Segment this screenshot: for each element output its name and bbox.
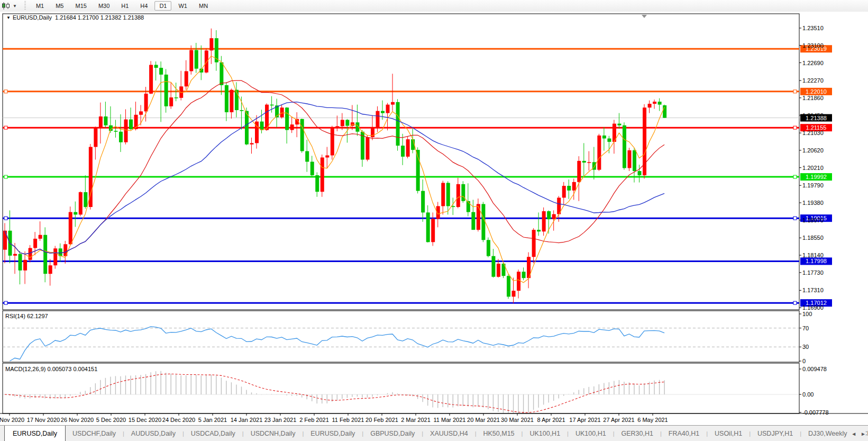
candle-body: [149, 65, 153, 94]
tab-scroll-left-button[interactable]: ◄: [851, 431, 856, 437]
price-tick-label: 1.20620: [802, 147, 824, 154]
candle-body: [285, 107, 289, 130]
chart-type-dropdown-caret[interactable]: ▼: [13, 4, 17, 8]
candle-body: [426, 212, 430, 242]
candle-body: [542, 211, 546, 231]
tab-scroll-right-button[interactable]: ►: [861, 431, 866, 437]
symbol-tab-audusd-daily[interactable]: AUDUSD,Daily: [124, 426, 182, 441]
chart-type-icon[interactable]: [1, 2, 12, 10]
price-tick-label: 1.22690: [802, 60, 824, 66]
date-tick-label: 6 May 2021: [637, 417, 668, 423]
level-handle[interactable]: [4, 126, 7, 129]
symbol-tab-usdchf-daily[interactable]: USDCHF,Daily: [66, 426, 123, 441]
candle-body: [481, 204, 485, 240]
date-tick-label: 5 Dec 2020: [96, 417, 126, 423]
candle-body: [19, 254, 22, 271]
candlestick-icon: [1, 2, 12, 10]
candle-body: [638, 171, 642, 175]
level-handle[interactable]: [793, 90, 797, 93]
timeframe-button-m5[interactable]: M5: [51, 1, 68, 11]
candle-body: [572, 182, 576, 191]
candle-body: [205, 50, 208, 73]
candle-body: [562, 186, 566, 197]
symbol-tab-eurusd-daily[interactable]: EURUSD,Daily: [304, 426, 362, 441]
symbol-tab-hk50-m15[interactable]: HK50,M15: [476, 426, 521, 441]
candle-body: [104, 116, 107, 125]
candle-body: [39, 235, 42, 239]
date-tick-label: 17 Nov 2020: [27, 417, 60, 423]
symbol-tab-uk100-h1[interactable]: UK100,H1: [569, 426, 613, 441]
candle-body: [321, 157, 324, 192]
date-tick-label: 2 Feb 2021: [299, 417, 329, 423]
candle-body: [658, 102, 662, 105]
level-handle[interactable]: [793, 175, 797, 178]
candle-body: [431, 219, 435, 242]
timeframe-button-mn[interactable]: MN: [194, 1, 213, 11]
candle-body: [366, 137, 369, 159]
price-tick-label: 1.22270: [802, 77, 824, 84]
price-tick-label: 1.16900: [802, 304, 824, 311]
candle-body: [487, 240, 490, 256]
timeframe-button-h1[interactable]: H1: [116, 1, 133, 11]
candle-body: [79, 192, 83, 214]
current-price-label: 1.21388: [806, 115, 827, 121]
symbol-tab-usdcad-daily[interactable]: USDCAD,Daily: [184, 426, 242, 441]
timeframe-button-w1[interactable]: W1: [173, 1, 192, 11]
level-handle[interactable]: [793, 126, 797, 129]
symbol-tab-eurusd-daily[interactable]: EURUSD,Daily: [4, 426, 66, 441]
level-handle[interactable]: [4, 175, 7, 178]
candle-body: [416, 150, 420, 191]
rsi-tick-label: 70: [802, 325, 809, 331]
candle-body: [491, 256, 495, 277]
level-price-label: 1.19992: [806, 174, 827, 180]
candle-body: [280, 107, 284, 117]
timeframe-button-m30[interactable]: M30: [94, 1, 114, 11]
symbol-tab-fra40-h1[interactable]: FRA40,H1: [662, 426, 706, 441]
level-handle[interactable]: [4, 301, 7, 304]
symbol-tab-xauusd-h4[interactable]: XAUUSD,H4: [423, 426, 475, 441]
price-chart-canvas[interactable]: 1.230191.220101.211551.199921.190151.179…: [0, 12, 868, 425]
candle-body: [376, 111, 379, 127]
date-tick-label: 15 Dec 2020: [129, 417, 161, 423]
date-tick-label: 5 Jan 2021: [198, 417, 227, 423]
symbol-tab-dj30-weekly[interactable]: DJ30,Weekly: [801, 426, 854, 441]
level-handle[interactable]: [793, 301, 797, 304]
rsi-tick-label: 0: [802, 358, 806, 364]
price-tick-label: 1.18550: [802, 235, 824, 241]
price-tick-label: 1.17730: [802, 269, 824, 276]
macd-indicator-label: MACD(12,26,9) 0.005073 0.004151: [5, 366, 97, 372]
symbol-tab-uk100-h1[interactable]: UK100,H1: [523, 426, 567, 441]
timeframe-button-d1[interactable]: D1: [154, 1, 171, 11]
symbol-tab-usdjpy-h1[interactable]: USDJPY,H1: [751, 426, 800, 441]
timeframe-button-m15[interactable]: M15: [70, 1, 91, 11]
candle-body: [109, 125, 113, 131]
timeframe-button-m1[interactable]: M1: [31, 1, 49, 11]
timeframe-button-h4[interactable]: H4: [135, 1, 152, 11]
date-tick-label: 14 Jan 2021: [231, 417, 263, 423]
date-tick-label: 20 Mar 2021: [467, 417, 500, 423]
level-handle[interactable]: [4, 217, 7, 220]
candle-body: [386, 105, 390, 113]
candle-body: [401, 146, 405, 157]
symbol-tab-usdcnh-daily[interactable]: USDCNH,Daily: [244, 426, 303, 441]
date-tick-label: 20 Feb 2021: [366, 417, 398, 423]
candle-body: [129, 120, 133, 129]
toolbar-drag-handle[interactable]: [23, 1, 27, 11]
candle-body: [497, 264, 500, 277]
collapse-caret-icon[interactable]: ▼: [6, 15, 11, 20]
symbol-tab-usoil-h1[interactable]: USOil,H1: [708, 426, 749, 441]
date-tick-label: 7 Nov 2020: [0, 417, 24, 423]
candle-body: [260, 122, 264, 130]
candle-body: [114, 131, 117, 132]
candle-body: [209, 38, 213, 50]
candle-body: [3, 231, 7, 250]
candle-body: [627, 150, 631, 168]
candle-body: [421, 191, 425, 213]
candle-body: [94, 128, 97, 147]
symbol-tab-gbpusd-daily[interactable]: GBPUSD,Daily: [363, 426, 422, 441]
level-handle[interactable]: [793, 217, 797, 220]
candle-body: [240, 110, 243, 111]
level-handle[interactable]: [4, 90, 7, 93]
symbol-tab-ger30-h1[interactable]: GER30,H1: [615, 426, 660, 441]
candle-body: [441, 183, 445, 206]
